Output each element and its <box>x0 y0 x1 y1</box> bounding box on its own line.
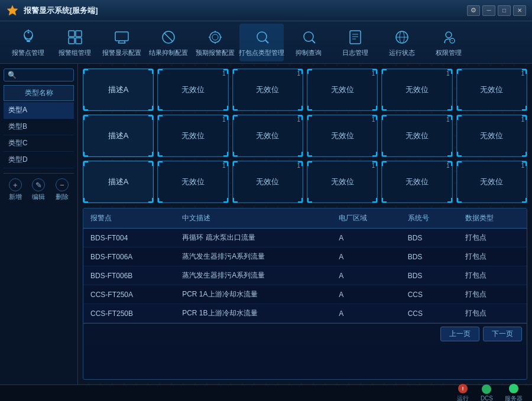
card-label: 描述A <box>108 131 129 141</box>
corner-br-decoration <box>447 106 452 110</box>
svg-rect-25 <box>350 31 361 44</box>
table-cell-0-0: BDS-FT004 <box>83 229 175 247</box>
toolbar-icon-alarm-display <box>112 28 131 47</box>
close-button[interactable]: ✕ <box>513 5 526 16</box>
settings-button[interactable]: ⚙ <box>467 5 480 16</box>
table-row[interactable]: CCS-FT250BPCR 1B上游冷却水流量ACCS打包点 <box>83 304 527 323</box>
card-label: 无效位 <box>331 131 354 141</box>
svg-rect-7 <box>69 38 74 44</box>
corner-tl-decoration <box>233 69 238 74</box>
sidebar-item-3[interactable]: 类型D <box>4 152 74 168</box>
add-button[interactable]: + 新增 <box>9 178 22 201</box>
next-page-button[interactable]: 下一页 <box>483 327 522 341</box>
toolbar-item-alarm-point[interactable]: 报警点管理 <box>6 24 50 61</box>
sidebar-item-2[interactable]: 类型C <box>4 135 74 152</box>
table-row[interactable]: BDS-FT006B蒸汽发生器排污A系列流量ABDS打包点 <box>83 266 527 285</box>
alarm-card-0-3[interactable]: 1无效位 <box>307 69 378 111</box>
corner-tl-decoration <box>83 69 88 74</box>
card-label: 无效位 <box>256 177 279 187</box>
svg-rect-2 <box>27 41 30 42</box>
toolbar-item-pre-alarm[interactable]: 预期报警配置 <box>193 24 237 61</box>
alarm-card-2-2[interactable]: 1无效位 <box>232 161 303 203</box>
search-bar[interactable]: 🔍 <box>4 69 74 81</box>
corner-br-decoration <box>298 106 303 110</box>
table-cell-0-3: BDS <box>401 229 458 247</box>
status-dot-运行: ! <box>458 384 468 393</box>
toolbar-item-run-status[interactable]: 运行状态 <box>379 24 424 61</box>
toolbar-icon-alarm-point <box>19 28 38 47</box>
card-label: 无效位 <box>181 84 205 95</box>
corner-tr-decoration <box>148 69 153 74</box>
card-label: 无效位 <box>181 177 205 187</box>
corner-br-decoration <box>223 106 228 110</box>
alarm-card-1-3[interactable]: 1无效位 <box>307 115 378 157</box>
corner-tr-decoration <box>148 115 153 120</box>
alarm-card-1-0[interactable]: 描述A <box>83 115 154 157</box>
svg-rect-6 <box>76 31 82 37</box>
sidebar-item-1[interactable]: 类型B <box>4 119 74 135</box>
maximize-button[interactable]: □ <box>498 5 511 16</box>
card-number: 1 <box>372 70 375 77</box>
toolbar-icon-run-status <box>392 28 411 47</box>
card-number: 1 <box>521 116 524 123</box>
table-row[interactable]: BDS-FT004再循环 疏水泵出口流量ABDS打包点 <box>83 229 527 247</box>
card-number: 1 <box>222 162 226 169</box>
toolbar-icon-alarm-group <box>66 28 85 47</box>
alarm-card-0-4[interactable]: 1无效位 <box>381 69 452 111</box>
sidebar-item-0[interactable]: 类型A <box>4 102 74 119</box>
sidebar-items-container: 类型A类型B类型C类型D <box>4 102 74 168</box>
corner-bl-decoration <box>83 198 88 203</box>
table-row[interactable]: CCS-FT250APCR 1A上游冷却水流量ACCS打包点 <box>83 285 527 304</box>
alarm-card-1-5[interactable]: 1无效位 <box>456 115 527 157</box>
title-bar: 报警显示系统[服务端] ⚙ ─ □ ✕ <box>0 0 532 21</box>
edit-button[interactable]: ✎ 编辑 <box>32 178 45 201</box>
prev-page-button[interactable]: 上一页 <box>440 327 479 341</box>
alarm-card-2-5[interactable]: 1无效位 <box>456 161 527 203</box>
toolbar-item-alarm-display[interactable]: 报警显示配置 <box>99 24 144 61</box>
toolbar-item-alarm-group[interactable]: 报警组管理 <box>53 24 97 61</box>
pagination: 上一页 下一页 <box>83 323 527 344</box>
main-area: 🔍 类型名称 类型A类型B类型C类型D + 新增 ✎ 编辑 − 删除 描述A1无… <box>0 64 532 384</box>
alarm-card-0-1[interactable]: 1无效位 <box>157 69 228 111</box>
card-label: 无效位 <box>406 131 429 141</box>
delete-label: 删除 <box>56 193 69 201</box>
table-col-header-1: 中文描述 <box>175 208 332 229</box>
search-icon: 🔍 <box>8 71 17 79</box>
alarm-card-2-3[interactable]: 1无效位 <box>307 161 378 203</box>
card-grid: 描述A1无效位1无效位1无效位1无效位1无效位描述A1无效位1无效位1无效位1无… <box>83 69 527 203</box>
card-label: 描述A <box>108 84 129 95</box>
toolbar-icon-pack-type <box>252 28 271 47</box>
edit-icon: ✎ <box>32 178 45 191</box>
toolbar-item-suppress-query[interactable]: 抑制查询 <box>286 24 330 61</box>
toolbar-icon-pre-alarm <box>206 28 225 47</box>
alarm-card-2-4[interactable]: 1无效位 <box>381 161 452 203</box>
corner-br-decoration <box>223 152 228 157</box>
toolbar-item-suppress-result[interactable]: 结果抑制配置 <box>146 24 190 61</box>
corner-bl-decoration <box>457 198 462 203</box>
card-label: 无效位 <box>480 131 503 141</box>
alarm-card-2-0[interactable]: 描述A <box>83 161 154 203</box>
delete-button[interactable]: − 删除 <box>56 178 69 201</box>
table-cell-4-1: PCR 1B上游冷却水流量 <box>175 304 332 323</box>
alarm-card-1-1[interactable]: 1无效位 <box>157 115 228 157</box>
alarm-card-0-2[interactable]: 1无效位 <box>232 69 303 111</box>
toolbar-item-log-mgr[interactable]: 日志管理 <box>333 24 377 61</box>
corner-br-decoration <box>372 152 377 157</box>
alarm-card-1-4[interactable]: 1无效位 <box>381 115 452 157</box>
corner-bl-decoration <box>233 198 238 203</box>
search-input[interactable] <box>17 71 70 79</box>
table-cell-1-1: 蒸汽发生器排污A系列流量 <box>175 247 332 266</box>
svg-rect-9 <box>115 32 128 41</box>
svg-point-21 <box>257 32 267 41</box>
alarm-card-0-5[interactable]: 1无效位 <box>456 69 527 111</box>
corner-tl-decoration <box>307 161 312 166</box>
table-row[interactable]: BDS-FT006A蒸汽发生器排污A系列流量ABDS打包点 <box>83 247 527 266</box>
alarm-card-1-2[interactable]: 1无效位 <box>232 115 303 157</box>
minimize-button[interactable]: ─ <box>482 5 495 16</box>
corner-tl-decoration <box>382 115 387 120</box>
toolbar-item-auth-mgr[interactable]: 权限管理 <box>426 24 471 61</box>
table-header-row: 报警点中文描述电厂区域系统号数据类型 <box>83 208 527 229</box>
alarm-card-0-0[interactable]: 描述A <box>83 69 154 111</box>
toolbar-item-pack-type[interactable]: 打包点类型管理 <box>239 24 284 61</box>
alarm-card-2-1[interactable]: 1无效位 <box>157 161 228 203</box>
